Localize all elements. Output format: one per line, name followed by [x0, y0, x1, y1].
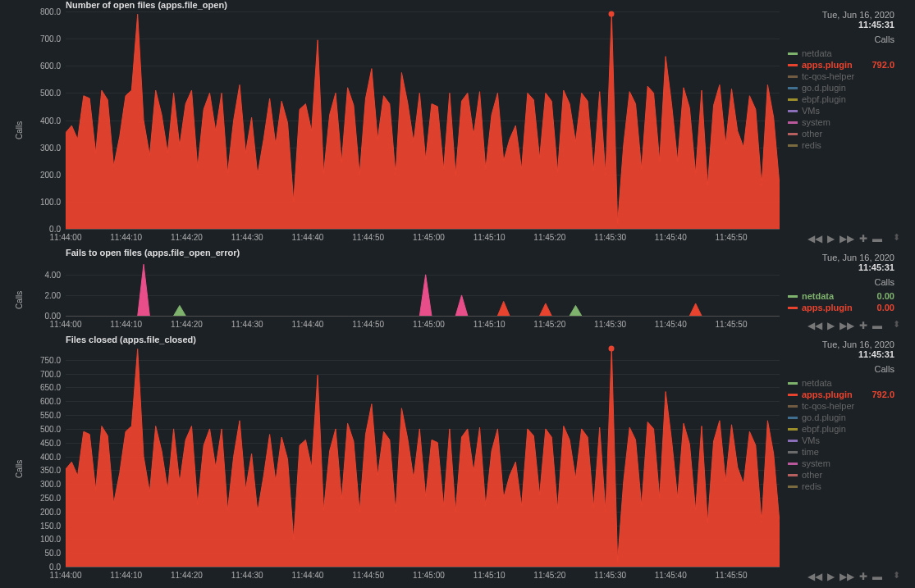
zoom-in-icon[interactable]: ✚	[859, 233, 867, 244]
x-tick: 11:44:50	[352, 233, 384, 242]
legend-item[interactable]: other	[788, 128, 907, 139]
plot-area[interactable]: 0.050.0100.0150.0200.0250.0300.0350.0400…	[66, 346, 780, 567]
play-icon[interactable]: ▶	[827, 571, 835, 582]
legend-item[interactable]: tc-qos-helper	[788, 400, 907, 412]
legend-item[interactable]: netdata	[788, 48, 907, 59]
zoom-out-icon[interactable]: ▬	[872, 320, 882, 331]
legend-item[interactable]: apps.plugin 792.0	[788, 389, 907, 400]
gridline	[66, 229, 780, 230]
legend-name: redis	[802, 140, 821, 150]
legend-swatch	[788, 75, 798, 78]
y-tick: 400.0	[40, 452, 66, 461]
zoom-out-icon[interactable]: ▬	[872, 571, 882, 582]
chart-title: Fails to open files (apps.file_open_erro…	[66, 248, 240, 258]
legend-item[interactable]: tc-qos-helper	[788, 71, 907, 82]
legend-name: other	[802, 470, 822, 480]
rewind-icon[interactable]: ◀◀	[807, 320, 822, 331]
gridline	[66, 316, 780, 317]
legend-name: go.d.plugin	[802, 413, 846, 422]
y-tick: 500.0	[40, 89, 66, 98]
x-tick: 11:45:10	[474, 320, 506, 329]
chart-toolbar: ◀◀ ▶ ▶▶ ✚ ▬	[807, 320, 882, 331]
fast-forward-icon[interactable]: ▶▶	[840, 571, 854, 582]
fast-forward-icon[interactable]: ▶▶	[840, 320, 854, 331]
y-tick: 200.0	[40, 507, 66, 516]
x-tick: 11:44:10	[110, 571, 142, 580]
legend-swatch	[788, 52, 798, 55]
y-axis-label: Calls	[15, 121, 24, 139]
legend-swatch	[788, 440, 798, 442]
timestamp-time: 11:45:31	[788, 20, 907, 30]
y-tick: 550.0	[40, 411, 66, 420]
legend-item[interactable]: apps.plugin 792.0	[788, 59, 907, 71]
collapse-icon[interactable]: ⬍	[893, 319, 900, 330]
legend-item[interactable]: ebpf.plugin	[788, 93, 907, 105]
x-tick: 11:44:40	[291, 320, 323, 329]
x-tick: 11:45:30	[594, 571, 626, 580]
legend-item[interactable]: system	[788, 458, 907, 469]
zoom-in-icon[interactable]: ✚	[859, 571, 867, 582]
legend-item[interactable]: go.d.plugin	[788, 412, 907, 423]
plot-area[interactable]: 0.0100.0200.0300.0400.0500.0600.0700.080…	[66, 11, 780, 230]
x-axis: 11:44:0011:44:1011:44:2011:44:3011:44:40…	[66, 571, 780, 582]
legend-name: other	[802, 129, 822, 139]
y-tick: 100.0	[40, 197, 66, 206]
x-tick: 11:45:40	[655, 233, 687, 242]
x-tick: 11:45:00	[413, 233, 445, 242]
legend-swatch	[788, 98, 798, 101]
play-icon[interactable]: ▶	[827, 320, 835, 331]
y-tick: 2.00	[45, 290, 66, 299]
legend-swatch	[788, 307, 798, 309]
legend-item[interactable]: go.d.plugin	[788, 82, 907, 93]
zoom-out-icon[interactable]: ▬	[872, 233, 882, 244]
x-tick: 11:44:10	[110, 320, 142, 329]
legend-item[interactable]: time	[788, 446, 907, 458]
collapse-icon[interactable]: ⬍	[893, 570, 900, 581]
y-tick: 500.0	[40, 424, 66, 433]
legend-item[interactable]: system	[788, 116, 907, 128]
plot-area[interactable]: 0.002.004.00	[66, 259, 780, 317]
x-tick: 11:44:20	[171, 233, 203, 242]
chart-svg	[66, 259, 780, 316]
zoom-in-icon[interactable]: ✚	[859, 320, 867, 331]
x-tick: 11:45:20	[533, 320, 565, 329]
legend-item[interactable]: netdata 0.00	[788, 290, 907, 302]
legend-item[interactable]: apps.plugin 0.00	[788, 302, 907, 313]
rewind-icon[interactable]: ◀◀	[807, 233, 822, 244]
x-tick: 11:45:30	[594, 233, 626, 242]
legend-name: VMs	[802, 106, 820, 116]
legend-name: system	[802, 117, 830, 127]
fast-forward-icon[interactable]: ▶▶	[840, 233, 854, 244]
legend-name: system	[802, 458, 830, 468]
unit-label: Calls	[788, 277, 907, 287]
x-tick: 11:45:20	[533, 571, 565, 580]
play-icon[interactable]: ▶	[827, 233, 835, 244]
y-tick: 300.0	[40, 143, 66, 152]
x-tick: 11:44:30	[231, 571, 263, 580]
legend-name: go.d.plugin	[802, 83, 846, 93]
x-tick: 11:44:50	[352, 571, 384, 580]
legend-item[interactable]: redis	[788, 481, 907, 492]
x-axis: 11:44:0011:44:1011:44:2011:44:3011:44:40…	[66, 320, 780, 331]
legend-name: redis	[802, 481, 821, 491]
chart-sidebar: Tue, Jun 16, 202011:45:31Calls netdata a…	[788, 10, 907, 151]
legend-item[interactable]: VMs	[788, 435, 907, 446]
legend-item[interactable]: netdata	[788, 377, 907, 389]
legend-item[interactable]: other	[788, 469, 907, 481]
x-tick: 11:44:10	[110, 233, 142, 242]
legend-item[interactable]: VMs	[788, 105, 907, 116]
legend-swatch	[788, 64, 798, 66]
unit-label: Calls	[788, 34, 907, 44]
collapse-icon[interactable]: ⬍	[893, 232, 900, 243]
legend-item[interactable]: redis	[788, 139, 907, 151]
x-tick: 11:45:50	[716, 320, 748, 329]
legend-name: VMs	[802, 435, 820, 445]
legend-item[interactable]: ebpf.plugin	[788, 423, 907, 435]
legend-value: 792.0	[872, 60, 894, 70]
rewind-icon[interactable]: ◀◀	[807, 571, 822, 582]
timestamp-time: 11:45:31	[788, 262, 907, 272]
legend-name: apps.plugin	[802, 390, 853, 399]
y-tick: 0.0	[49, 225, 66, 234]
chart-title: Files closed (apps.file_closed)	[66, 335, 196, 344]
timestamp-date: Tue, Jun 16, 2020	[788, 10, 907, 20]
